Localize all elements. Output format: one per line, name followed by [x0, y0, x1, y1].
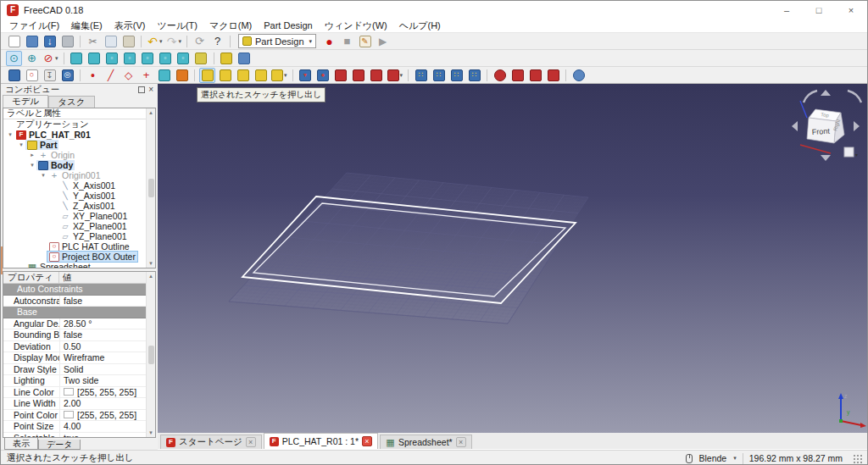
close-tab-icon[interactable]: ×	[246, 437, 256, 447]
property-row-line-color[interactable]: Line Color[255, 255, 255]	[3, 387, 146, 399]
mirrored-button[interactable]: ∷	[413, 68, 429, 83]
property-value[interactable]: [255, 255, 255]	[59, 410, 146, 421]
map-sketch-button[interactable]: ↧	[42, 68, 58, 83]
view-bottom-button[interactable]: ▫	[158, 51, 174, 66]
view-top-button[interactable]: ▫	[104, 51, 120, 66]
subtractive-loft-button[interactable]	[351, 68, 367, 83]
3d-viewport[interactable]: Front Top Right ▾ z x y 選択されたスケッチを押し出し	[158, 84, 868, 433]
property-row-lighting[interactable]: LightingTwo side	[3, 375, 146, 387]
expander-open-icon[interactable]: ▾	[6, 131, 14, 138]
scroll-up-icon[interactable]: ▲	[148, 274, 153, 279]
property-value[interactable]: Wireframe	[59, 352, 146, 363]
property-row-bounding-box[interactable]: Bounding Boxfalse	[3, 329, 146, 341]
tree-item-body[interactable]: ▾Body	[3, 160, 146, 170]
copy-button[interactable]	[103, 34, 119, 49]
close-panel-icon[interactable]: ×	[148, 86, 153, 94]
validate-sketch-button[interactable]: ◎	[59, 68, 75, 83]
expander-open-icon[interactable]: ▾	[17, 141, 25, 148]
refresh-button[interactable]: ⟳	[192, 34, 208, 49]
expander-open-icon[interactable]: ▾	[28, 162, 36, 169]
tree-item-[interactable]: アプリケーション	[3, 119, 146, 130]
close-button[interactable]: ×	[835, 1, 867, 19]
property-value[interactable]: true	[59, 433, 146, 438]
undo-button[interactable]: ↶▾	[146, 34, 164, 49]
clone-button[interactable]	[174, 68, 190, 83]
subtractive-primitive-button[interactable]: ▾	[387, 68, 404, 83]
chamfer-button[interactable]	[509, 68, 526, 83]
additive-primitive-button[interactable]: ▾	[270, 68, 288, 83]
undock-panel-icon[interactable]	[138, 86, 145, 93]
open-document-button[interactable]	[24, 34, 40, 49]
property-value[interactable]: 2.00	[59, 398, 146, 409]
boolean-operation-button[interactable]	[570, 68, 587, 83]
tree-item-spreadsheet[interactable]: ▦Spreadsheet	[3, 262, 146, 268]
scrollbar-thumb[interactable]	[148, 179, 154, 197]
scroll-down-icon[interactable]: ▼	[148, 261, 153, 266]
menu-macro[interactable]: マクロ(M)	[203, 19, 258, 33]
nav-arrow-down-icon[interactable]	[821, 155, 831, 161]
tree-item-xy-plane001[interactable]: ▱XY_Plane001	[3, 211, 146, 221]
redo-button[interactable]: ↷▾	[165, 34, 183, 49]
thickness-button[interactable]	[545, 68, 561, 83]
macro-stop-button[interactable]: ■	[339, 34, 355, 49]
expander-closed-icon[interactable]: ▸	[28, 152, 36, 158]
property-scrollbar[interactable]: ▲ ▼	[146, 272, 155, 437]
undo-dropdown-arrow[interactable]: ▾	[159, 38, 163, 45]
create-sketch-button[interactable]: ○	[24, 68, 40, 83]
whats-this-button[interactable]: ?	[209, 34, 225, 49]
macro-edit-button[interactable]: ✎	[357, 34, 373, 49]
tab-plc-hat-r01[interactable]: FPLC_HAT_R01 : 1*×	[264, 433, 378, 449]
linear-pattern-button[interactable]: ∷	[431, 68, 447, 83]
property-value[interactable]: 0.50	[59, 341, 146, 352]
macro-play-button[interactable]: ▶	[375, 34, 391, 49]
workbench-selector[interactable]: Part Design▾	[238, 34, 316, 48]
tab-view[interactable]: 表示	[4, 438, 38, 450]
new-document-button[interactable]	[6, 34, 22, 49]
menu-edit[interactable]: 編集(E)	[65, 19, 108, 33]
tree-item-x-axis001[interactable]: ╲X_Axis001	[3, 180, 146, 191]
tree-item-yz-plane001[interactable]: ▱YZ_Plane001	[3, 231, 146, 241]
close-tab-icon[interactable]: ×	[456, 437, 466, 447]
close-tab-icon[interactable]: ×	[362, 436, 372, 446]
draw-style-button[interactable]: ⊘▾	[42, 51, 59, 66]
property-row-autoconstra[interactable]: Autoconstra...false	[3, 296, 146, 307]
tree-item-y-axis001[interactable]: ╲Y_Axis001	[3, 191, 146, 201]
fillet-button[interactable]	[492, 68, 508, 83]
tree-item-part[interactable]: ▾Part	[3, 140, 146, 150]
groove-button[interactable]	[333, 68, 349, 83]
view-front-button[interactable]	[86, 51, 103, 66]
paste-button[interactable]	[120, 34, 136, 49]
scroll-down-icon[interactable]: ▼	[148, 430, 153, 435]
save-document-button[interactable]: ↓	[42, 34, 58, 49]
tree-item-origin001[interactable]: ▾+Origin001	[3, 170, 146, 180]
tab-data[interactable]: データ	[38, 440, 81, 450]
property-row-selectable[interactable]: Selectabletrue	[3, 433, 146, 438]
local-coordinate-system-button[interactable]: +	[138, 68, 154, 83]
menu-tools[interactable]: ツール(T)	[151, 19, 203, 33]
property-row-deviation[interactable]: Deviation0.50	[3, 341, 146, 353]
view-right-button[interactable]: ▫	[122, 51, 138, 66]
maximize-button[interactable]: □	[803, 1, 835, 19]
property-row-point-color[interactable]: Point Color[255, 255, 255]	[3, 410, 146, 422]
fit-all-button[interactable]: ⊙	[6, 51, 22, 66]
draft-button[interactable]	[527, 68, 543, 83]
draw-style-dropdown-arrow[interactable]: ▾	[55, 55, 58, 62]
tab-spreadsheet[interactable]: ▦Spreadsheet*×	[380, 435, 472, 449]
create-body-button[interactable]	[6, 68, 22, 83]
print-button[interactable]	[59, 34, 75, 49]
property-row-point-size[interactable]: Point Size4.00	[3, 421, 146, 433]
revolution-button[interactable]	[217, 68, 233, 83]
nav-arrow-up-icon[interactable]	[821, 90, 831, 96]
menu-window[interactable]: ウィンドウ(W)	[319, 19, 393, 33]
additive-pipe-button[interactable]	[253, 68, 269, 83]
minimize-button[interactable]: –	[771, 1, 803, 19]
nav-style-selector[interactable]: Blende	[698, 453, 726, 463]
property-value[interactable]: Solid	[59, 364, 146, 375]
tab-model[interactable]: モデル	[3, 95, 48, 108]
cut-button[interactable]: ✂	[85, 34, 101, 49]
navigation-cube[interactable]: Front Top Right ▾	[792, 90, 861, 161]
additive-loft-button[interactable]	[235, 68, 251, 83]
menu-part-design[interactable]: Part Design	[258, 19, 318, 31]
multi-transform-button[interactable]: ∷	[466, 68, 482, 83]
zoom-button[interactable]: ⊕	[24, 51, 40, 66]
